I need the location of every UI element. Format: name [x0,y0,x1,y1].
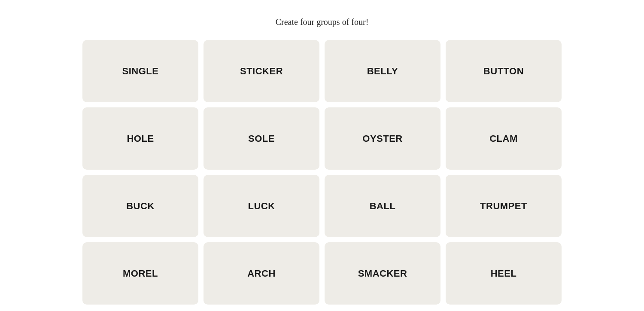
tile-label-oyster: OYSTER [362,133,402,144]
tile-luck[interactable]: LUCK [204,175,319,237]
tile-ball[interactable]: BALL [325,175,440,237]
tile-smacker[interactable]: SMACKER [325,242,440,305]
word-grid: SINGLESTICKERBELLYBUTTONHOLESOLEOYSTERCL… [82,40,562,305]
tile-label-buck: BUCK [126,201,155,212]
tile-sticker[interactable]: STICKER [204,40,319,102]
tile-label-sticker: STICKER [240,66,283,77]
tile-label-trumpet: TRUMPET [480,201,527,212]
tile-label-ball: BALL [370,201,396,212]
tile-label-single: SINGLE [122,66,159,77]
tile-label-sole: SOLE [248,133,275,144]
tile-arch[interactable]: ARCH [204,242,319,305]
tile-label-morel: MOREL [123,268,158,279]
tile-label-heel: HEEL [491,268,517,279]
tile-label-smacker: SMACKER [358,268,407,279]
tile-single[interactable]: SINGLE [82,40,198,102]
tile-oyster[interactable]: OYSTER [325,107,440,170]
tile-button[interactable]: BUTTON [446,40,562,102]
tile-hole[interactable]: HOLE [82,107,198,170]
tile-label-clam: CLAM [489,133,518,144]
tile-label-button: BUTTON [483,66,524,77]
tile-label-hole: HOLE [127,133,154,144]
tile-label-belly: BELLY [367,66,398,77]
tile-heel[interactable]: HEEL [446,242,562,305]
tile-sole[interactable]: SOLE [204,107,319,170]
tile-label-luck: LUCK [248,201,275,212]
tile-belly[interactable]: BELLY [325,40,440,102]
tile-label-arch: ARCH [247,268,276,279]
tile-buck[interactable]: BUCK [82,175,198,237]
subtitle: Create four groups of four! [276,17,369,27]
tile-morel[interactable]: MOREL [82,242,198,305]
tile-trumpet[interactable]: TRUMPET [446,175,562,237]
tile-clam[interactable]: CLAM [446,107,562,170]
